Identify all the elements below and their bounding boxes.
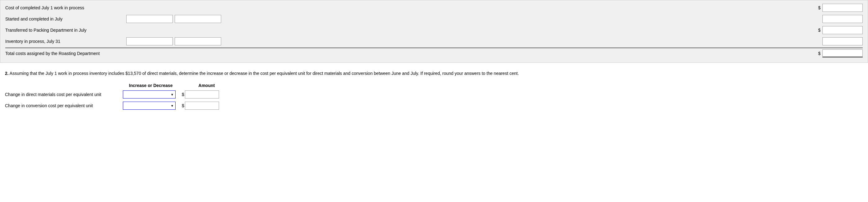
- row-total: Total costs assigned by the Roasting Dep…: [5, 48, 863, 57]
- label-total: Total costs assigned by the Roasting Dep…: [5, 51, 123, 56]
- header-increase-decrease: Increase or Decrease: [123, 83, 179, 88]
- input-inventory-right[interactable]: [823, 37, 863, 45]
- input-amount-conversion[interactable]: [185, 102, 219, 110]
- row-transferred: Transferred to Packing Department in Jul…: [5, 25, 863, 35]
- amount-wrapper-conversion: $: [182, 102, 219, 110]
- dollar-sign-3: $: [818, 28, 820, 33]
- label-transferred: Transferred to Packing Department in Jul…: [5, 28, 123, 33]
- problem-number: 2.: [5, 71, 9, 76]
- dollar-direct-materials: $: [182, 92, 184, 97]
- top-section: Cost of completed July 1 work in process…: [0, 0, 868, 63]
- select-wrapper-direct-materials: Increase Decrease: [123, 91, 176, 99]
- input-transferred[interactable]: [823, 26, 863, 34]
- input-cost-july1[interactable]: [823, 4, 863, 12]
- input-started-right[interactable]: [823, 15, 863, 23]
- header-amount: Amount: [185, 83, 228, 88]
- label-inventory: Inventory in process, July 31: [5, 39, 123, 44]
- select-direct-materials[interactable]: Increase Decrease: [123, 91, 176, 99]
- input-total[interactable]: [823, 49, 863, 57]
- input-started-2[interactable]: [175, 15, 221, 23]
- input-inventory-2[interactable]: [175, 37, 221, 45]
- row-started-completed: Started and completed in July: [5, 14, 863, 24]
- problem-statement: 2. Assuming that the July 1 work in proc…: [5, 70, 863, 77]
- dollar-conversion: $: [182, 103, 184, 108]
- select-wrapper-conversion: Increase Decrease: [123, 102, 176, 110]
- amount-wrapper-direct-materials: $: [182, 91, 219, 99]
- label-conversion: Change in conversion cost per equivalent…: [5, 103, 123, 108]
- label-started-completed: Started and completed in July: [5, 17, 123, 21]
- row-cost-july1: Cost of completed July 1 work in process…: [5, 3, 863, 13]
- dollar-sign-total: $: [818, 51, 820, 56]
- input-amount-direct-materials[interactable]: [185, 91, 219, 99]
- input-inventory-1[interactable]: [126, 37, 173, 45]
- row-conversion: Change in conversion cost per equivalent…: [5, 102, 863, 110]
- problem-body: Assuming that the July 1 work in process…: [9, 71, 519, 76]
- row-inventory: Inventory in process, July 31: [5, 36, 863, 46]
- dollar-sign-1: $: [818, 5, 820, 10]
- bottom-section: 2. Assuming that the July 1 work in proc…: [0, 70, 868, 118]
- table-headers: Increase or Decrease Amount: [5, 83, 863, 88]
- select-conversion[interactable]: Increase Decrease: [123, 102, 176, 110]
- input-started-1[interactable]: [126, 15, 173, 23]
- row-direct-materials: Change in direct materials cost per equi…: [5, 91, 863, 99]
- label-cost-july1: Cost of completed July 1 work in process: [5, 5, 123, 10]
- label-direct-materials: Change in direct materials cost per equi…: [5, 92, 123, 97]
